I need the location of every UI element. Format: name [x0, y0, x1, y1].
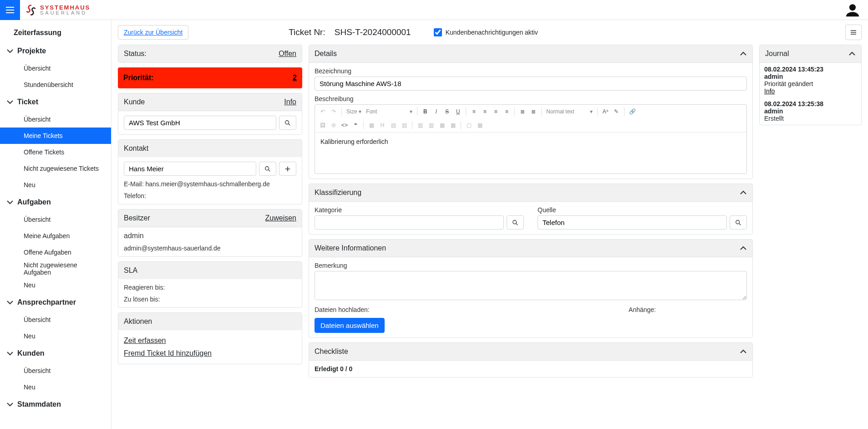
- rte-quote-icon[interactable]: ❝: [350, 120, 360, 130]
- sidebar-item-ticket-meine[interactable]: Meine Tickets: [0, 128, 111, 144]
- rte-split-icon[interactable]: ▦: [448, 120, 458, 130]
- rte-row-del-icon[interactable]: ▤: [399, 120, 409, 130]
- rte-ol-icon[interactable]: ≣: [518, 107, 528, 117]
- sidebar-item-zeiterfassung[interactable]: Zeiterfassung: [0, 24, 111, 42]
- priority-value[interactable]: 2: [293, 74, 297, 82]
- assign-link[interactable]: Zuweisen: [265, 214, 296, 222]
- sidebar-item-ticket-neu[interactable]: Neu: [0, 177, 111, 193]
- journal-info-link[interactable]: Info: [764, 87, 775, 95]
- hamburger-menu-button[interactable]: [0, 0, 20, 20]
- customer-info-link[interactable]: Info: [284, 98, 296, 106]
- rte-align-justify-icon[interactable]: ≡: [502, 107, 512, 117]
- customer-card: Kunde Info: [118, 93, 302, 135]
- sidebar-item-projekte-stunden[interactable]: Stundenübersicht: [0, 77, 111, 93]
- sidebar-item-aufgaben-unassigned[interactable]: Nicht zugewiesene Aufgaben: [0, 260, 111, 277]
- notify-checkbox-wrap: Kundenbenachrichtigungen aktiv: [434, 28, 538, 36]
- more-info-collapse-button[interactable]: [740, 245, 747, 252]
- sidebar-group-ansprechpartner[interactable]: Ansprechpartner: [0, 293, 111, 312]
- rte-table-icon[interactable]: ▦: [366, 120, 376, 130]
- classification-collapse-button[interactable]: [740, 189, 747, 196]
- rte-italic-icon[interactable]: I: [431, 107, 441, 117]
- sidebar: Zeiterfassung Projekte Übersicht Stunden…: [0, 20, 112, 429]
- rte-code-icon[interactable]: <>: [340, 120, 350, 130]
- rte-link-icon[interactable]: 🔗: [627, 107, 637, 117]
- checklist-collapse-button[interactable]: [740, 348, 747, 355]
- sidebar-group-projekte[interactable]: Projekte: [0, 42, 111, 60]
- sidebar-item-ansprech-neu[interactable]: Neu: [0, 328, 111, 344]
- sidebar-item-ticket-uebersicht[interactable]: Übersicht: [0, 111, 111, 128]
- customer-input[interactable]: [124, 116, 276, 130]
- sidebar-item-ansprech-uebersicht[interactable]: Übersicht: [0, 312, 111, 328]
- chevron-down-icon: [6, 350, 14, 357]
- customer-search-button[interactable]: [279, 116, 296, 130]
- source-input[interactable]: [538, 215, 727, 230]
- sidebar-group-stammdaten[interactable]: Stammdaten: [0, 395, 111, 414]
- details-collapse-button[interactable]: [740, 50, 747, 57]
- contact-card: Kontakt E-Mail:: [118, 139, 302, 204]
- rte-block-select[interactable]: Normal text▾: [544, 108, 594, 115]
- rte-align-center-icon[interactable]: ≡: [480, 107, 490, 117]
- rte-table-del-icon[interactable]: ▦: [475, 120, 485, 130]
- sidebar-item-projekte-uebersicht[interactable]: Übersicht: [0, 60, 111, 77]
- rte-unlink-icon[interactable]: ⊘: [329, 120, 339, 130]
- rte-row-add-icon[interactable]: ▤: [388, 120, 398, 130]
- action-fremd-id[interactable]: Fremd Ticket Id hinzufügen: [124, 347, 296, 359]
- chevron-up-icon: [740, 348, 747, 355]
- action-zeit-erfassen[interactable]: Zeit erfassen: [124, 335, 296, 347]
- source-search-button[interactable]: [730, 215, 747, 230]
- rte-cell-icon[interactable]: ▢: [464, 120, 474, 130]
- brand-logo: SYSTEMHAUS SAUERLAND: [20, 4, 95, 16]
- contact-input[interactable]: [124, 162, 256, 176]
- contact-add-button[interactable]: [279, 162, 296, 176]
- rte-font-select[interactable]: Font▾: [364, 108, 414, 115]
- sidebar-item-kunden-uebersicht[interactable]: Übersicht: [0, 363, 111, 379]
- sidebar-item-ticket-unassigned[interactable]: Nicht zugewiesene Tickets: [0, 160, 111, 177]
- rte-color-icon[interactable]: ✎: [611, 107, 621, 117]
- rte-col-del-icon[interactable]: ▥: [426, 120, 436, 130]
- classification-card: Klassifizierung Kategorie: [309, 184, 753, 235]
- rte-redo-icon[interactable]: ↷: [329, 107, 339, 117]
- rte-underline-icon[interactable]: U: [453, 107, 463, 117]
- sidebar-item-aufgaben-meine[interactable]: Meine Aufgaben: [0, 228, 111, 244]
- rte-bold-icon[interactable]: B: [420, 107, 430, 117]
- rte-merge-icon[interactable]: ▦: [437, 120, 447, 130]
- rte-strike-icon[interactable]: S: [442, 107, 452, 117]
- category-search-button[interactable]: [507, 215, 524, 230]
- sidebar-group-aufgaben[interactable]: Aufgaben: [0, 193, 111, 211]
- source-label: Quelle: [538, 206, 747, 214]
- journal-collapse-button[interactable]: [848, 50, 856, 57]
- rte-align-left-icon[interactable]: ≡: [469, 107, 479, 117]
- user-icon: [845, 2, 860, 18]
- sidebar-group-ticket[interactable]: Ticket: [0, 93, 111, 111]
- remark-textarea[interactable]: [315, 271, 747, 300]
- user-avatar-button[interactable]: [843, 1, 862, 19]
- sidebar-item-kunden-neu[interactable]: Neu: [0, 379, 111, 395]
- rte-clear-format-icon[interactable]: Aᵃ: [600, 107, 610, 117]
- category-input[interactable]: [315, 215, 504, 230]
- sidebar-item-aufgaben-uebersicht[interactable]: Übersicht: [0, 211, 111, 228]
- sidebar-group-kunden[interactable]: Kunden: [0, 344, 111, 363]
- contact-search-button[interactable]: [259, 162, 276, 176]
- context-menu-button[interactable]: [845, 25, 862, 40]
- status-value[interactable]: Offen: [279, 50, 296, 58]
- rte-ul-icon[interactable]: ≣: [528, 107, 538, 117]
- back-link[interactable]: Zurück zur Übersicht: [118, 25, 188, 40]
- choose-files-button[interactable]: Dateien auswählen: [315, 318, 385, 333]
- description-body[interactable]: Kalibrierung erforderlich: [315, 133, 746, 174]
- checklist-label: Checkliste: [315, 347, 348, 356]
- notify-checkbox[interactable]: [434, 28, 442, 36]
- rte-undo-icon[interactable]: ↶: [318, 107, 328, 117]
- rte-align-right-icon[interactable]: ≡: [491, 107, 501, 117]
- journal-entry: 08.02.2024 13:45:23 admin Priorität geän…: [760, 63, 861, 97]
- sidebar-item-aufgaben-neu[interactable]: Neu: [0, 277, 111, 293]
- sla-react: Reagieren bis:: [124, 284, 296, 291]
- journal-card: Journal 08.02.2024 13:45:23 admin Priori…: [759, 45, 862, 125]
- sidebar-item-aufgaben-offene[interactable]: Offene Aufgaben: [0, 244, 111, 260]
- rte-size-select[interactable]: Size ▾: [345, 108, 363, 115]
- name-label: Bezeichnung: [315, 67, 747, 75]
- sidebar-item-ticket-offene[interactable]: Offene Tickets: [0, 144, 111, 160]
- name-input[interactable]: [315, 77, 747, 91]
- rte-col-add-icon[interactable]: ▥: [415, 120, 425, 130]
- rte-image-icon[interactable]: 🖼: [318, 120, 328, 130]
- rte-header-icon[interactable]: H: [377, 120, 387, 130]
